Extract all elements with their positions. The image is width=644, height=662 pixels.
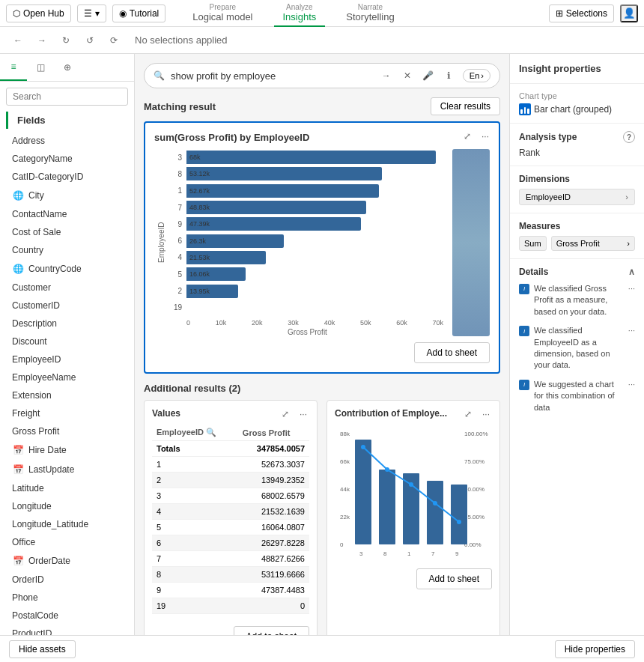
redo-button[interactable]: ↺ (81, 31, 99, 49)
tab-prepare[interactable]: Prepare Logical model (183, 0, 261, 27)
detail-more-1[interactable]: ··· (628, 283, 635, 318)
query-bar: 🔍 show profit by employee → ✕ 🎤 ℹ En › (144, 63, 500, 88)
field-item-country[interactable]: Country (6, 241, 128, 259)
hide-assets-button[interactable]: Hide assets (9, 640, 76, 658)
y-axis-label: EmployeeID (154, 149, 165, 336)
more-icon[interactable]: ··· (478, 129, 493, 144)
hide-properties-button[interactable]: Hide properties (555, 640, 635, 658)
detail-more-2[interactable]: ··· (628, 325, 635, 371)
query-arrow-button[interactable]: → (379, 68, 394, 83)
row-id: 19 (152, 598, 238, 614)
field-label: Latitude (12, 483, 44, 494)
field-item-grossprofit[interactable]: Gross Profit (6, 422, 128, 440)
query-info-button[interactable]: ℹ (442, 68, 457, 83)
row-id: 4 (152, 504, 238, 520)
sidebar-tab-charts[interactable]: ◫ (27, 54, 54, 81)
field-item-customer[interactable]: Customer (6, 279, 128, 297)
contribution-more-icon[interactable]: ··· (479, 407, 493, 422)
totals-label: Totals (152, 441, 238, 457)
insight-icon-3: I (519, 380, 529, 390)
menu-button[interactable]: ☰ ▾ (77, 4, 106, 22)
field-item-catid[interactable]: CatID-CategoryID (6, 168, 128, 186)
field-item-employeename[interactable]: EmployeeName (6, 368, 128, 386)
back-button[interactable]: ← (9, 31, 27, 49)
field-item-lastupdate[interactable]: 📅 LastUpdate (6, 460, 128, 479)
field-item-categoryname[interactable]: CategoryName (6, 150, 128, 168)
tutorial-button[interactable]: ◉ Tutorial (112, 4, 166, 22)
add-to-sheet-button-main[interactable]: Add to sheet (414, 342, 490, 363)
query-mic-button[interactable]: 🎤 (421, 68, 436, 83)
field-label: Gross Profit (12, 426, 59, 437)
field-label: Cost of Sale (12, 227, 61, 237)
help-icon[interactable]: ? (623, 131, 635, 143)
prepare-small-label: Prepare (210, 3, 237, 11)
clear-results-button[interactable]: Clear results (431, 97, 500, 115)
sidebar-tab-fields[interactable]: ≡ (0, 54, 27, 81)
contribution-expand-icon[interactable]: ⤢ (461, 407, 476, 422)
matching-result-title: Matching result (144, 101, 216, 112)
forward-button[interactable]: → (33, 31, 51, 49)
analysis-type-label: Analysis type (519, 132, 577, 142)
table-search-icon[interactable]: 🔍 (206, 428, 216, 437)
field-item-office[interactable]: Office (6, 533, 128, 551)
bar-row: 6 26.3k (171, 234, 443, 248)
field-item-orderdate[interactable]: 📅 OrderDate (6, 551, 128, 571)
user-icon-button[interactable]: 👤 (620, 4, 638, 22)
field-item-hiredate[interactable]: 📅 Hire Date (6, 440, 128, 460)
right-panel: Insight properties Chart type Bar chart … (509, 54, 644, 635)
field-item-description[interactable]: Description (6, 315, 128, 332)
tab-analyze[interactable]: Analyze Insights (274, 0, 326, 27)
field-item-phone[interactable]: Phone (6, 589, 128, 607)
additional-results-header: Additional results (2) (144, 383, 500, 394)
field-item-countrycode[interactable]: 🌐 CountryCode (6, 259, 128, 279)
field-item-productid[interactable]: ProductID (6, 625, 128, 635)
field-item-freight[interactable]: Freight (6, 404, 128, 422)
detail-text-2: We classified EmployeeID as a dimension,… (534, 325, 624, 371)
field-item-orderid[interactable]: OrderID (6, 571, 128, 589)
sidebar-tab-link[interactable]: ⊕ (54, 54, 81, 81)
query-clear-button[interactable]: ✕ (400, 68, 415, 83)
svg-point-17 (409, 482, 413, 487)
search-input[interactable] (6, 88, 128, 106)
add-to-sheet-button-values[interactable]: Add to sheet (234, 626, 309, 635)
svg-text:7: 7 (431, 550, 435, 557)
tab-narrate[interactable]: Narrate Storytelling (337, 0, 403, 27)
bar-label: 9 (171, 220, 182, 228)
language-button[interactable]: En › (463, 69, 490, 82)
svg-text:25.00%: 25.00% (464, 514, 484, 520)
bar-wrapper: 16.06k (186, 267, 443, 281)
bar-value: 16.06k (189, 270, 210, 278)
refresh-button[interactable]: ⟳ (105, 31, 123, 49)
field-item-discount[interactable]: Discount (6, 332, 128, 350)
field-item-customerid[interactable]: CustomerID (6, 297, 128, 315)
search-icon: 🔍 (154, 70, 165, 81)
field-item-postalcode[interactable]: PostalCode (6, 607, 128, 625)
detail-more-3[interactable]: ··· (628, 379, 635, 413)
field-item-employeeid[interactable]: EmployeeID (6, 350, 128, 368)
query-text: show profit by employee (171, 70, 373, 82)
field-item-costofsale[interactable]: Cost of Sale (6, 223, 128, 241)
field-label: Address (12, 136, 45, 146)
field-item-longitude-latitude[interactable]: Longitude_Latitude (6, 515, 128, 533)
expand-icon[interactable]: ⤢ (460, 129, 475, 144)
svg-text:75.00%: 75.00% (464, 458, 484, 465)
details-title[interactable]: Details ∧ (519, 267, 635, 277)
field-item-longitude[interactable]: Longitude (6, 497, 128, 515)
dimension-pill[interactable]: EmployeeID › (519, 189, 635, 205)
undo-button[interactable]: ↻ (57, 31, 75, 49)
field-item-address[interactable]: Address (6, 132, 128, 150)
field-item-city[interactable]: 🌐 City (6, 186, 128, 205)
field-item-extension[interactable]: Extension (6, 386, 128, 404)
values-more-icon[interactable]: ··· (296, 407, 311, 422)
selections-button[interactable]: ⊞ Selections (549, 4, 614, 22)
measure-pill[interactable]: Gross Profit › (551, 236, 635, 251)
values-expand-icon[interactable]: ⤢ (278, 407, 293, 422)
field-label: City (28, 190, 44, 201)
chart-type-value: Bar chart (grouped) (519, 103, 635, 115)
combo-chart: 88k 66k 44k 22k 0 100.00% 75.00% 50.00% … (335, 425, 492, 559)
field-label: Longitude (12, 501, 52, 511)
add-to-sheet-button-contribution[interactable]: Add to sheet (416, 568, 492, 589)
open-hub-button[interactable]: ⬡ Open Hub (6, 4, 71, 22)
field-item-contactname[interactable]: ContactName (6, 205, 128, 223)
field-item-latitude[interactable]: Latitude (6, 479, 128, 497)
